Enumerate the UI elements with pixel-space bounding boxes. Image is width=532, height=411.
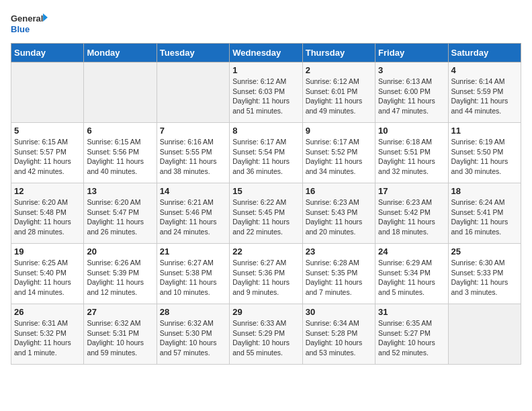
day-number: 4 xyxy=(451,65,518,75)
day-info: Sunrise: 6:32 AM Sunset: 5:31 PM Dayligh… xyxy=(87,318,153,358)
calendar-cell: 14Sunrise: 6:21 AM Sunset: 5:46 PM Dayli… xyxy=(157,183,229,244)
day-number: 11 xyxy=(451,126,518,136)
weekday-header: Tuesday xyxy=(157,44,229,62)
day-info: Sunrise: 6:15 AM Sunset: 5:56 PM Dayligh… xyxy=(87,137,153,177)
day-info: Sunrise: 6:17 AM Sunset: 5:52 PM Dayligh… xyxy=(306,137,372,177)
day-number: 20 xyxy=(87,246,153,257)
calendar-cell: 19Sunrise: 6:25 AM Sunset: 5:40 PM Dayli… xyxy=(11,244,84,304)
day-number: 29 xyxy=(232,307,299,317)
calendar-week-row: 5Sunrise: 6:15 AM Sunset: 5:57 PM Daylig… xyxy=(11,123,521,183)
calendar-cell: 21Sunrise: 6:27 AM Sunset: 5:38 PM Dayli… xyxy=(157,244,229,304)
calendar-cell: 28Sunrise: 6:32 AM Sunset: 5:30 PM Dayli… xyxy=(157,304,229,365)
day-number: 27 xyxy=(87,307,153,317)
calendar-cell: 25Sunrise: 6:30 AM Sunset: 5:33 PM Dayli… xyxy=(448,244,521,304)
calendar-cell: 2Sunrise: 6:12 AM Sunset: 6:01 PM Daylig… xyxy=(302,62,375,123)
day-number: 1 xyxy=(232,65,299,75)
day-info: Sunrise: 6:30 AM Sunset: 5:33 PM Dayligh… xyxy=(451,258,518,298)
day-number: 28 xyxy=(160,307,226,317)
day-number: 9 xyxy=(306,126,372,136)
day-number: 13 xyxy=(87,186,153,196)
logo-svg: General Blue xyxy=(11,11,48,38)
day-number: 17 xyxy=(378,186,445,196)
day-info: Sunrise: 6:23 AM Sunset: 5:42 PM Dayligh… xyxy=(378,197,445,237)
calendar-cell: 7Sunrise: 6:16 AM Sunset: 5:55 PM Daylig… xyxy=(157,123,229,183)
day-info: Sunrise: 6:33 AM Sunset: 5:29 PM Dayligh… xyxy=(232,318,299,358)
calendar-cell: 12Sunrise: 6:20 AM Sunset: 5:48 PM Dayli… xyxy=(11,183,84,244)
day-number: 16 xyxy=(306,186,372,196)
day-number: 3 xyxy=(378,65,445,75)
day-info: Sunrise: 6:13 AM Sunset: 6:00 PM Dayligh… xyxy=(378,77,445,116)
weekday-header: Thursday xyxy=(302,44,375,62)
calendar-cell xyxy=(84,62,157,123)
day-info: Sunrise: 6:26 AM Sunset: 5:39 PM Dayligh… xyxy=(87,258,153,298)
weekday-header: Monday xyxy=(84,44,157,62)
day-number: 6 xyxy=(87,126,153,136)
calendar-cell: 1Sunrise: 6:12 AM Sunset: 6:03 PM Daylig… xyxy=(230,62,302,123)
day-info: Sunrise: 6:24 AM Sunset: 5:41 PM Dayligh… xyxy=(451,197,518,237)
day-number: 2 xyxy=(306,65,372,75)
day-info: Sunrise: 6:35 AM Sunset: 5:27 PM Dayligh… xyxy=(378,318,445,358)
calendar-cell: 18Sunrise: 6:24 AM Sunset: 5:41 PM Dayli… xyxy=(448,183,521,244)
day-number: 12 xyxy=(14,186,81,196)
day-number: 15 xyxy=(232,186,299,196)
day-number: 21 xyxy=(160,246,226,257)
calendar-week-row: 12Sunrise: 6:20 AM Sunset: 5:48 PM Dayli… xyxy=(11,183,521,244)
day-number: 26 xyxy=(14,307,81,317)
calendar-cell: 30Sunrise: 6:34 AM Sunset: 5:28 PM Dayli… xyxy=(302,304,375,365)
day-info: Sunrise: 6:31 AM Sunset: 5:32 PM Dayligh… xyxy=(14,318,81,358)
day-number: 30 xyxy=(306,307,372,317)
calendar-cell xyxy=(157,62,229,123)
day-info: Sunrise: 6:22 AM Sunset: 5:45 PM Dayligh… xyxy=(232,197,299,237)
day-number: 19 xyxy=(14,246,81,257)
calendar-table: SundayMondayTuesdayWednesdayThursdayFrid… xyxy=(11,43,521,365)
calendar-cell: 5Sunrise: 6:15 AM Sunset: 5:57 PM Daylig… xyxy=(11,123,84,183)
calendar-cell: 3Sunrise: 6:13 AM Sunset: 6:00 PM Daylig… xyxy=(375,62,448,123)
day-info: Sunrise: 6:27 AM Sunset: 5:36 PM Dayligh… xyxy=(232,258,299,298)
svg-text:General: General xyxy=(11,13,43,24)
day-number: 8 xyxy=(232,126,299,136)
day-number: 31 xyxy=(378,307,445,317)
calendar-cell: 29Sunrise: 6:33 AM Sunset: 5:29 PM Dayli… xyxy=(230,304,302,365)
calendar-cell xyxy=(11,62,84,123)
day-info: Sunrise: 6:12 AM Sunset: 6:03 PM Dayligh… xyxy=(232,77,299,116)
day-info: Sunrise: 6:15 AM Sunset: 5:57 PM Dayligh… xyxy=(14,137,81,177)
day-number: 14 xyxy=(160,186,226,196)
logo: General Blue xyxy=(11,11,48,38)
day-info: Sunrise: 6:28 AM Sunset: 5:35 PM Dayligh… xyxy=(306,258,372,298)
calendar-cell: 13Sunrise: 6:20 AM Sunset: 5:47 PM Dayli… xyxy=(84,183,157,244)
day-info: Sunrise: 6:34 AM Sunset: 5:28 PM Dayligh… xyxy=(306,318,372,358)
calendar-cell: 4Sunrise: 6:14 AM Sunset: 5:59 PM Daylig… xyxy=(448,62,521,123)
calendar-cell: 31Sunrise: 6:35 AM Sunset: 5:27 PM Dayli… xyxy=(375,304,448,365)
calendar-week-row: 1Sunrise: 6:12 AM Sunset: 6:03 PM Daylig… xyxy=(11,62,521,123)
calendar-cell: 11Sunrise: 6:19 AM Sunset: 5:50 PM Dayli… xyxy=(448,123,521,183)
calendar-cell: 15Sunrise: 6:22 AM Sunset: 5:45 PM Dayli… xyxy=(230,183,302,244)
calendar-week-row: 26Sunrise: 6:31 AM Sunset: 5:32 PM Dayli… xyxy=(11,304,521,365)
calendar-cell: 6Sunrise: 6:15 AM Sunset: 5:56 PM Daylig… xyxy=(84,123,157,183)
calendar-cell: 23Sunrise: 6:28 AM Sunset: 5:35 PM Dayli… xyxy=(302,244,375,304)
svg-text:Blue: Blue xyxy=(11,24,30,34)
day-number: 5 xyxy=(14,126,81,136)
day-info: Sunrise: 6:20 AM Sunset: 5:47 PM Dayligh… xyxy=(87,197,153,237)
day-info: Sunrise: 6:14 AM Sunset: 5:59 PM Dayligh… xyxy=(451,77,518,116)
day-info: Sunrise: 6:12 AM Sunset: 6:01 PM Dayligh… xyxy=(306,77,372,116)
day-info: Sunrise: 6:27 AM Sunset: 5:38 PM Dayligh… xyxy=(160,258,226,298)
day-info: Sunrise: 6:16 AM Sunset: 5:55 PM Dayligh… xyxy=(160,137,226,177)
day-number: 10 xyxy=(378,126,445,136)
calendar-cell: 27Sunrise: 6:32 AM Sunset: 5:31 PM Dayli… xyxy=(84,304,157,365)
day-info: Sunrise: 6:29 AM Sunset: 5:34 PM Dayligh… xyxy=(378,258,445,298)
calendar-cell: 10Sunrise: 6:18 AM Sunset: 5:51 PM Dayli… xyxy=(375,123,448,183)
calendar-cell: 26Sunrise: 6:31 AM Sunset: 5:32 PM Dayli… xyxy=(11,304,84,365)
day-number: 24 xyxy=(378,246,445,257)
calendar-cell: 16Sunrise: 6:23 AM Sunset: 5:43 PM Dayli… xyxy=(302,183,375,244)
weekday-header: Wednesday xyxy=(230,44,302,62)
day-number: 22 xyxy=(232,246,299,257)
weekday-header: Friday xyxy=(375,44,448,62)
day-info: Sunrise: 6:18 AM Sunset: 5:51 PM Dayligh… xyxy=(378,137,445,177)
day-number: 23 xyxy=(306,246,372,257)
day-number: 7 xyxy=(160,126,226,136)
calendar-week-row: 19Sunrise: 6:25 AM Sunset: 5:40 PM Dayli… xyxy=(11,244,521,304)
day-info: Sunrise: 6:25 AM Sunset: 5:40 PM Dayligh… xyxy=(14,258,81,298)
calendar-cell: 8Sunrise: 6:17 AM Sunset: 5:54 PM Daylig… xyxy=(230,123,302,183)
page-header: General Blue xyxy=(11,11,521,38)
calendar-cell: 20Sunrise: 6:26 AM Sunset: 5:39 PM Dayli… xyxy=(84,244,157,304)
